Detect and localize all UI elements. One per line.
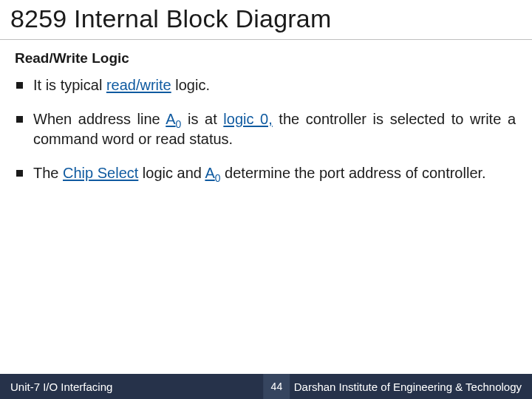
- link-text: Chip Select: [63, 165, 138, 181]
- text-run: When address line: [33, 111, 166, 127]
- list-item: It is typical read/write logic.: [16, 75, 516, 96]
- footer-page-number: 44: [264, 374, 290, 399]
- text-run: A: [166, 111, 175, 127]
- footer-organization: Darshan Institute of Engineering & Techn…: [294, 381, 522, 393]
- link-text: A0: [205, 165, 220, 181]
- bullet-text: When address line A0 is at logic 0, the …: [33, 109, 516, 150]
- page-number: 44: [271, 381, 283, 392]
- list-item: When address line A0 is at logic 0, the …: [16, 109, 516, 150]
- link-text: logic 0,: [223, 111, 272, 127]
- text-run: logic.: [171, 77, 210, 93]
- bullet-marker-icon: [16, 170, 23, 177]
- text-run: It is typical: [33, 77, 106, 93]
- bullet-text: The Chip Select logic and A0 determine t…: [33, 163, 516, 184]
- bullet-list: It is typical read/write logic. When add…: [0, 72, 532, 183]
- bullet-marker-icon: [16, 82, 23, 89]
- bullet-text: It is typical read/write logic.: [33, 75, 516, 96]
- subscript: 0: [215, 172, 221, 184]
- text-run: The: [33, 165, 63, 181]
- link-text: read/write: [106, 77, 171, 93]
- slide-subtitle: Read/Write Logic: [0, 40, 532, 72]
- text-run: is at: [181, 111, 223, 127]
- link-text: A0: [166, 111, 181, 127]
- text-run: A: [205, 165, 214, 181]
- footer-bar: Unit-7 I/O Interfacing 44 Darshan Instit…: [0, 374, 532, 399]
- list-item: The Chip Select logic and A0 determine t…: [16, 163, 516, 184]
- text-run: logic and: [138, 165, 205, 181]
- footer-unit: Unit-7 I/O Interfacing: [0, 381, 112, 393]
- bullet-marker-icon: [16, 116, 23, 123]
- title-container: 8259 Internal Block Diagram: [0, 0, 532, 40]
- text-run: determine the port address of controller…: [221, 165, 486, 181]
- slide: 8259 Internal Block Diagram Read/Write L…: [0, 0, 532, 399]
- slide-title: 8259 Internal Block Diagram: [10, 4, 522, 33]
